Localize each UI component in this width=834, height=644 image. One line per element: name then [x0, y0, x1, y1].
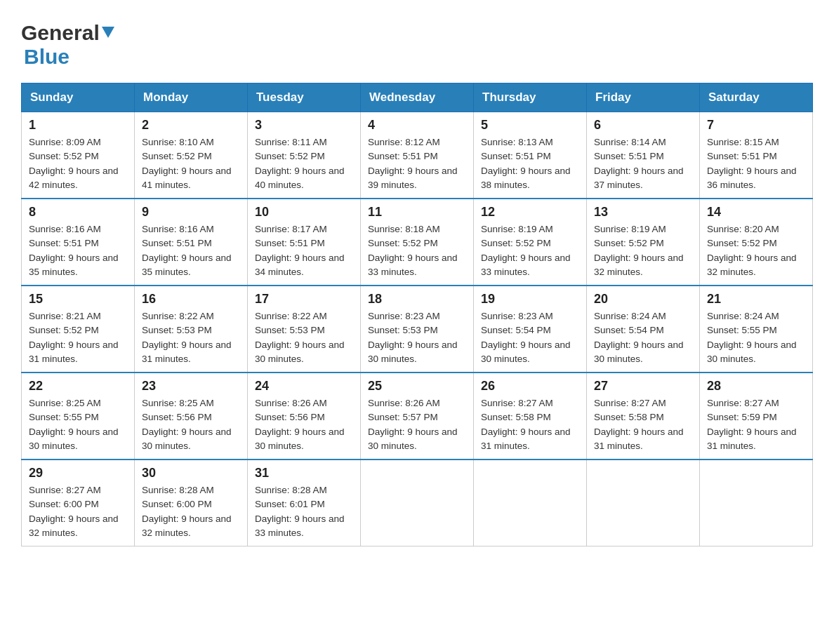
calendar-cell — [474, 459, 587, 546]
day-number: 15 — [29, 292, 127, 307]
day-number: 17 — [255, 292, 353, 307]
calendar-cell: 14Sunrise: 8:20 AMSunset: 5:52 PMDayligh… — [700, 199, 813, 286]
days-of-week-row: SundayMondayTuesdayWednesdayThursdayFrid… — [22, 83, 813, 112]
calendar-cell: 7Sunrise: 8:15 AMSunset: 5:51 PMDaylight… — [700, 112, 813, 199]
day-number: 27 — [594, 379, 692, 394]
calendar-cell: 4Sunrise: 8:12 AMSunset: 5:51 PMDaylight… — [361, 112, 474, 199]
day-info: Sunrise: 8:20 AMSunset: 5:52 PMDaylight:… — [707, 222, 805, 279]
calendar-cell: 12Sunrise: 8:19 AMSunset: 5:52 PMDayligh… — [474, 199, 587, 286]
day-number: 5 — [481, 118, 579, 133]
day-info: Sunrise: 8:19 AMSunset: 5:52 PMDaylight:… — [594, 222, 692, 279]
day-info: Sunrise: 8:26 AMSunset: 5:56 PMDaylight:… — [255, 396, 353, 453]
day-number: 3 — [255, 118, 353, 133]
day-number: 22 — [29, 379, 127, 394]
calendar-cell: 10Sunrise: 8:17 AMSunset: 5:51 PMDayligh… — [248, 199, 361, 286]
logo: General Blue — [21, 21, 116, 69]
day-info: Sunrise: 8:23 AMSunset: 5:54 PMDaylight:… — [481, 309, 579, 366]
calendar-week-row: 8Sunrise: 8:16 AMSunset: 5:51 PMDaylight… — [22, 199, 813, 286]
calendar-cell: 11Sunrise: 8:18 AMSunset: 5:52 PMDayligh… — [361, 199, 474, 286]
day-info: Sunrise: 8:27 AMSunset: 5:59 PMDaylight:… — [707, 396, 805, 453]
day-info: Sunrise: 8:25 AMSunset: 5:55 PMDaylight:… — [29, 396, 127, 453]
day-number: 30 — [142, 466, 240, 481]
day-number: 16 — [142, 292, 240, 307]
calendar-cell: 3Sunrise: 8:11 AMSunset: 5:52 PMDaylight… — [248, 112, 361, 199]
calendar-cell — [700, 459, 813, 546]
calendar-cell: 6Sunrise: 8:14 AMSunset: 5:51 PMDaylight… — [587, 112, 700, 199]
logo-general-text: General — [21, 21, 100, 45]
day-info: Sunrise: 8:23 AMSunset: 5:53 PMDaylight:… — [368, 309, 466, 366]
calendar-week-row: 22Sunrise: 8:25 AMSunset: 5:55 PMDayligh… — [22, 373, 813, 459]
day-number: 4 — [368, 118, 466, 133]
day-info: Sunrise: 8:12 AMSunset: 5:51 PMDaylight:… — [368, 135, 466, 192]
calendar-cell: 31Sunrise: 8:28 AMSunset: 6:01 PMDayligh… — [248, 459, 361, 546]
calendar-body: 1Sunrise: 8:09 AMSunset: 5:52 PMDaylight… — [22, 112, 813, 546]
day-number: 18 — [368, 292, 466, 307]
day-info: Sunrise: 8:11 AMSunset: 5:52 PMDaylight:… — [255, 135, 353, 192]
day-info: Sunrise: 8:16 AMSunset: 5:51 PMDaylight:… — [142, 222, 240, 279]
day-info: Sunrise: 8:28 AMSunset: 6:01 PMDaylight:… — [255, 483, 353, 540]
calendar-week-row: 15Sunrise: 8:21 AMSunset: 5:52 PMDayligh… — [22, 286, 813, 373]
svg-marker-0 — [102, 27, 114, 38]
calendar-cell: 22Sunrise: 8:25 AMSunset: 5:55 PMDayligh… — [22, 373, 135, 459]
day-info: Sunrise: 8:13 AMSunset: 5:51 PMDaylight:… — [481, 135, 579, 192]
day-info: Sunrise: 8:16 AMSunset: 5:51 PMDaylight:… — [29, 222, 127, 279]
calendar-cell: 27Sunrise: 8:27 AMSunset: 5:58 PMDayligh… — [587, 373, 700, 459]
calendar-cell: 17Sunrise: 8:22 AMSunset: 5:53 PMDayligh… — [248, 286, 361, 373]
day-of-week-header: Thursday — [474, 83, 587, 112]
day-info: Sunrise: 8:24 AMSunset: 5:55 PMDaylight:… — [707, 309, 805, 366]
day-info: Sunrise: 8:22 AMSunset: 5:53 PMDaylight:… — [142, 309, 240, 366]
logo-triangle-icon — [100, 24, 116, 39]
calendar-cell: 24Sunrise: 8:26 AMSunset: 5:56 PMDayligh… — [248, 373, 361, 459]
day-info: Sunrise: 8:27 AMSunset: 5:58 PMDaylight:… — [594, 396, 692, 453]
calendar-table: SundayMondayTuesdayWednesdayThursdayFrid… — [21, 83, 813, 546]
day-of-week-header: Friday — [587, 83, 700, 112]
day-info: Sunrise: 8:26 AMSunset: 5:57 PMDaylight:… — [368, 396, 466, 453]
day-number: 13 — [594, 205, 692, 220]
page-header: General Blue — [21, 21, 813, 69]
day-number: 12 — [481, 205, 579, 220]
calendar-header: SundayMondayTuesdayWednesdayThursdayFrid… — [22, 83, 813, 112]
calendar-week-row: 1Sunrise: 8:09 AMSunset: 5:52 PMDaylight… — [22, 112, 813, 199]
day-info: Sunrise: 8:15 AMSunset: 5:51 PMDaylight:… — [707, 135, 805, 192]
day-number: 21 — [707, 292, 805, 307]
day-number: 10 — [255, 205, 353, 220]
calendar-cell — [361, 459, 474, 546]
day-info: Sunrise: 8:09 AMSunset: 5:52 PMDaylight:… — [29, 135, 127, 192]
calendar-cell: 1Sunrise: 8:09 AMSunset: 5:52 PMDaylight… — [22, 112, 135, 199]
day-info: Sunrise: 8:18 AMSunset: 5:52 PMDaylight:… — [368, 222, 466, 279]
day-info: Sunrise: 8:10 AMSunset: 5:52 PMDaylight:… — [142, 135, 240, 192]
calendar-cell: 30Sunrise: 8:28 AMSunset: 6:00 PMDayligh… — [135, 459, 248, 546]
calendar-cell: 18Sunrise: 8:23 AMSunset: 5:53 PMDayligh… — [361, 286, 474, 373]
day-of-week-header: Wednesday — [361, 83, 474, 112]
day-number: 8 — [29, 205, 127, 220]
day-number: 20 — [594, 292, 692, 307]
calendar-cell: 23Sunrise: 8:25 AMSunset: 5:56 PMDayligh… — [135, 373, 248, 459]
day-info: Sunrise: 8:25 AMSunset: 5:56 PMDaylight:… — [142, 396, 240, 453]
calendar-cell: 5Sunrise: 8:13 AMSunset: 5:51 PMDaylight… — [474, 112, 587, 199]
day-of-week-header: Sunday — [22, 83, 135, 112]
day-info: Sunrise: 8:19 AMSunset: 5:52 PMDaylight:… — [481, 222, 579, 279]
day-number: 31 — [255, 466, 353, 481]
calendar-cell: 16Sunrise: 8:22 AMSunset: 5:53 PMDayligh… — [135, 286, 248, 373]
day-info: Sunrise: 8:28 AMSunset: 6:00 PMDaylight:… — [142, 483, 240, 540]
day-info: Sunrise: 8:22 AMSunset: 5:53 PMDaylight:… — [255, 309, 353, 366]
day-of-week-header: Saturday — [700, 83, 813, 112]
day-number: 28 — [707, 379, 805, 394]
day-info: Sunrise: 8:24 AMSunset: 5:54 PMDaylight:… — [594, 309, 692, 366]
day-of-week-header: Tuesday — [248, 83, 361, 112]
calendar-week-row: 29Sunrise: 8:27 AMSunset: 6:00 PMDayligh… — [22, 459, 813, 546]
calendar-cell: 2Sunrise: 8:10 AMSunset: 5:52 PMDaylight… — [135, 112, 248, 199]
day-number: 23 — [142, 379, 240, 394]
calendar-cell: 26Sunrise: 8:27 AMSunset: 5:58 PMDayligh… — [474, 373, 587, 459]
calendar-cell: 20Sunrise: 8:24 AMSunset: 5:54 PMDayligh… — [587, 286, 700, 373]
calendar-cell: 28Sunrise: 8:27 AMSunset: 5:59 PMDayligh… — [700, 373, 813, 459]
day-number: 19 — [481, 292, 579, 307]
calendar-cell: 8Sunrise: 8:16 AMSunset: 5:51 PMDaylight… — [22, 199, 135, 286]
day-number: 1 — [29, 118, 127, 133]
calendar-cell: 19Sunrise: 8:23 AMSunset: 5:54 PMDayligh… — [474, 286, 587, 373]
calendar-cell: 29Sunrise: 8:27 AMSunset: 6:00 PMDayligh… — [22, 459, 135, 546]
calendar-cell: 21Sunrise: 8:24 AMSunset: 5:55 PMDayligh… — [700, 286, 813, 373]
day-number: 29 — [29, 466, 127, 481]
day-of-week-header: Monday — [135, 83, 248, 112]
calendar-cell: 9Sunrise: 8:16 AMSunset: 5:51 PMDaylight… — [135, 199, 248, 286]
